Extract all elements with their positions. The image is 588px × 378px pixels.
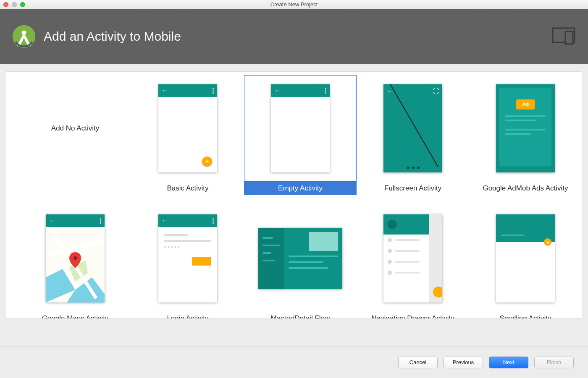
template-preview [244, 205, 357, 312]
template-preview: ← [244, 75, 357, 182]
template-label: Empty Activity [244, 182, 357, 195]
template-preview: Ad [469, 75, 582, 182]
template-empty[interactable]: ← Empty Activity [244, 75, 357, 195]
overflow-menu-icon [100, 218, 101, 224]
cancel-button[interactable]: Cancel [398, 357, 438, 368]
template-label: Login Activity [131, 312, 244, 319]
overflow-menu-icon [213, 88, 214, 94]
template-label: Add No Activity [19, 124, 131, 133]
wizard-title: Add an Activity to Mobile [44, 29, 181, 44]
template-label: Fullscreen Activity [357, 182, 469, 195]
fab-icon [433, 287, 442, 297]
svg-point-11 [74, 256, 77, 260]
fullscreen-icon: ⛶ [433, 88, 439, 94]
template-login[interactable]: ← Login Activity [131, 205, 244, 319]
template-maps[interactable]: ← Google Maps Activity [19, 205, 131, 319]
template-label: Google AdMob Ads Activity [469, 182, 582, 195]
close-window-button[interactable] [3, 2, 8, 7]
overflow-menu-icon [325, 88, 326, 94]
star-icon: ★ [544, 238, 551, 246]
ad-chip: Ad [516, 99, 535, 109]
template-basic[interactable]: ← +Basic Activity [131, 75, 244, 195]
wizard-header: Add an Activity to Mobile [0, 9, 588, 64]
template-scrolling[interactable]: ★ Scrolling Activity [469, 205, 582, 319]
template-navdrawer[interactable]: Navigation Drawer Activity [357, 205, 469, 319]
back-arrow-icon: ← [387, 88, 393, 94]
template-preview: ← [131, 205, 244, 312]
fab-icon: + [202, 156, 212, 167]
back-arrow-icon: ← [162, 217, 168, 224]
template-fullscreen[interactable]: ← ⛶ Fullscreen Activity [357, 75, 469, 195]
gallery-container: Add No Activity ← +Basic Activity ← Empt… [0, 64, 588, 326]
template-none[interactable]: Add No Activity [19, 75, 131, 195]
template-label: Scrolling Activity [469, 312, 582, 319]
window-titlebar: Create New Project [0, 0, 588, 9]
wizard-footer: Cancel Previous Next Finish [0, 346, 588, 378]
finish-button[interactable]: Finish [534, 357, 574, 368]
back-arrow-icon: ← [274, 87, 281, 94]
maximize-window-button[interactable] [20, 2, 25, 7]
template-preview: ★ [469, 205, 582, 312]
template-preview: ← [19, 205, 131, 312]
template-label: Google Maps Activity [19, 312, 131, 319]
android-studio-logo-icon [12, 24, 36, 49]
device-frames-icon [552, 27, 575, 46]
template-masterdetail[interactable]: Master/Detail Flow [244, 205, 357, 319]
traffic-lights [0, 2, 25, 7]
next-button[interactable]: Next [489, 357, 528, 368]
template-preview: ← ⛶ [357, 75, 469, 182]
template-preview: ← + [131, 75, 244, 182]
activity-template-gallery: Add No Activity ← +Basic Activity ← Empt… [6, 71, 582, 319]
template-preview: Add No Activity [19, 75, 131, 182]
window-title: Create New Project [0, 1, 588, 8]
minimize-window-button[interactable] [12, 2, 17, 7]
back-arrow-icon: ← [49, 217, 56, 224]
overflow-menu-icon [213, 218, 214, 224]
template-label: Navigation Drawer Activity [357, 312, 469, 319]
template-admob[interactable]: Ad Google AdMob Ads Activity [469, 75, 582, 195]
template-label: Basic Activity [131, 182, 244, 195]
svg-rect-4 [565, 31, 573, 44]
previous-button[interactable]: Previous [444, 357, 483, 368]
template-preview [357, 205, 469, 312]
back-arrow-icon: ← [162, 87, 168, 94]
template-label: Master/Detail Flow [244, 312, 357, 319]
